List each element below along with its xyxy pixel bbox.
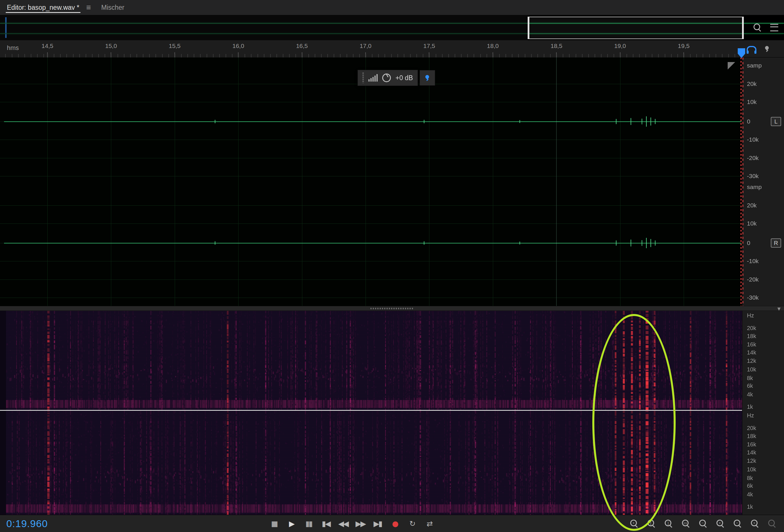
frequency-scale-label: 1k [747,504,753,510]
zoom-in-full-button[interactable]: + [628,517,640,530]
ruler-tick-mark [238,52,239,57]
tab-editor-label: Editor: basop_new.wav * [7,4,79,11]
pin-icon[interactable] [764,46,770,52]
spectrogram-display[interactable] [0,311,742,515]
frequency-scale[interactable]: Hz20k18k16k14k12k10k8k6k4k1kHz20k18k16k1… [742,311,784,515]
time-display[interactable]: 0:19.960 [6,518,48,529]
tab-mischer[interactable]: Mischer [94,0,131,15]
zoom-in-at-out-point-button[interactable]: ] [663,517,675,530]
transport-record-button[interactable]: ● [387,517,402,530]
amplitude-scale-label: -20k [747,276,759,283]
tab-mischer-label: Mischer [101,4,124,11]
stop-icon: ■ [271,520,277,527]
navigator-dim-overlay [0,15,528,40]
amplitude-scale-label: -10k [747,136,759,143]
navigator-menu-icon[interactable] [770,24,778,31]
transport-skip-selection-button[interactable]: ⇄ [422,517,437,530]
transport-bar: 0:19.960 ■▶▮▮▮◀◀◀▶▶▶▮●↻⇄ +[]▭−+−+− [0,515,784,532]
ruler-tick-mark [493,52,493,57]
transport-previous-button[interactable]: ▮◀ [318,517,333,530]
frequency-scale-label: 12k [747,457,756,464]
zoom-in-horizontal-button[interactable]: + [715,517,727,530]
splitter-grip-icon [370,308,414,309]
transport-fast-forward-button[interactable]: ▶▶ [353,517,368,530]
panel-tab-bar: Editor: basop_new.wav * ≡ Mischer [0,0,784,15]
tab-editor[interactable]: Editor: basop_new.wav * [0,0,86,15]
ruler-tick-mark [683,52,684,57]
ruler-tick-label: 18,0 [487,42,499,50]
frequency-scale-label: Hz [747,412,754,419]
audition-window: Editor: basop_new.wav * ≡ Mischer hms 14… [0,0,784,532]
loop-playback-icon: ↻ [410,520,415,527]
zoom-out-full-button[interactable]: − [697,517,709,530]
ruler-tick-mark [111,52,111,57]
ruler-tick-label: 14,5 [42,42,53,50]
volume-knob[interactable] [382,73,391,82]
waveform-display[interactable] [0,57,742,306]
ruler-tick-label: 17,0 [360,42,372,50]
frequency-scale-label: 4k [747,491,753,498]
frequency-scale-label: 16k [747,441,756,448]
transport-next-button[interactable]: ▶▮ [370,517,385,530]
transport-loop-playback-button[interactable]: ↻ [404,517,420,530]
zoom-out-vertical-button[interactable]: − [766,517,778,530]
frequency-scale-label: 4k [747,391,753,398]
zoom-in-vertical-button[interactable]: + [749,517,761,530]
amplitude-scale-label: 20k [747,202,757,209]
ruler-tick-mark [556,52,557,57]
magnifier-icon: + [630,520,638,528]
frequency-scale-label: 10k [747,366,756,373]
frequency-scale-label: 10k [747,466,756,473]
ruler-tick-mark [365,52,366,57]
zoom-to-selection-button[interactable]: ▭ [680,517,692,530]
magnifier-icon: − [734,520,742,528]
overview-navigator[interactable] [0,15,784,40]
amplitude-scale-label: -20k [747,154,759,161]
amplitude-scale-label: -30k [747,173,759,180]
corner-resize-icon[interactable] [728,62,735,69]
navigator-selection[interactable] [528,17,744,39]
amplitude-scale-label: 10k [747,98,757,106]
frequency-scale-label: 16k [747,341,756,348]
amplitude-scale[interactable]: samp20k10k0-10k-20k-30kLsamp20k10k0-10k-… [742,57,784,306]
zoom-out-horizontal-button[interactable]: − [732,517,744,530]
frequency-scale-label: 18k [747,433,756,440]
magnifier-icon: ▭ [682,520,690,528]
hud-pin-button[interactable] [420,70,435,86]
frequency-scale-label: 18k [747,333,756,339]
amplitude-scale-label: 20k [747,81,757,87]
ruler-tick-label: 15,0 [105,42,117,50]
playhead-edge-ticks [742,57,744,306]
amplitude-scale-label: 0 [747,118,750,125]
monitor-headphones-icon[interactable] [747,46,756,52]
channel-badge-L[interactable]: L [771,117,781,126]
ruler-unit-label: hms [7,44,19,52]
transport-rewind-button[interactable]: ◀◀ [336,517,351,530]
hud-volume[interactable]: +0 dB [358,70,435,86]
transport-stop-button[interactable]: ■ [267,517,282,530]
ruler-tick-label: 19,5 [678,42,690,50]
magnifier-icon: − [768,520,776,528]
hud-pin-icon [424,75,430,81]
zoom-in-at-in-point-button[interactable]: [ [645,517,657,530]
waveform-canvas [0,57,742,306]
transport-pause-button[interactable]: ▮▮ [301,517,316,530]
frequency-scale-label: 1k [747,404,753,410]
ruler-tick-mark [302,52,302,57]
fast-forward-icon: ▶▶ [356,520,365,527]
transport-play-button[interactable]: ▶ [284,517,299,530]
amplitude-scale-label: 10k [747,220,757,227]
panel-menu-icon[interactable]: ≡ [86,3,91,12]
hud-volume-value[interactable]: +0 dB [395,74,413,82]
panel-splitter[interactable]: ▾ [0,306,784,311]
ruler-tick-label: 16,0 [232,42,244,50]
volume-meter-icon [368,74,377,82]
hud-drag-handle[interactable] [362,73,364,83]
ruler-tick-label: 18,5 [551,42,562,50]
channel-badge-R[interactable]: R [771,238,781,247]
magnifier-icon: − [699,520,707,528]
timeline-ruler[interactable]: hms 14,515,015,516,016,517,017,518,018,5… [0,40,742,58]
frequency-scale-label: 14k [747,449,756,456]
frequency-scale-label: 6k [747,482,753,489]
navigator-zoom-icon[interactable] [754,24,762,32]
